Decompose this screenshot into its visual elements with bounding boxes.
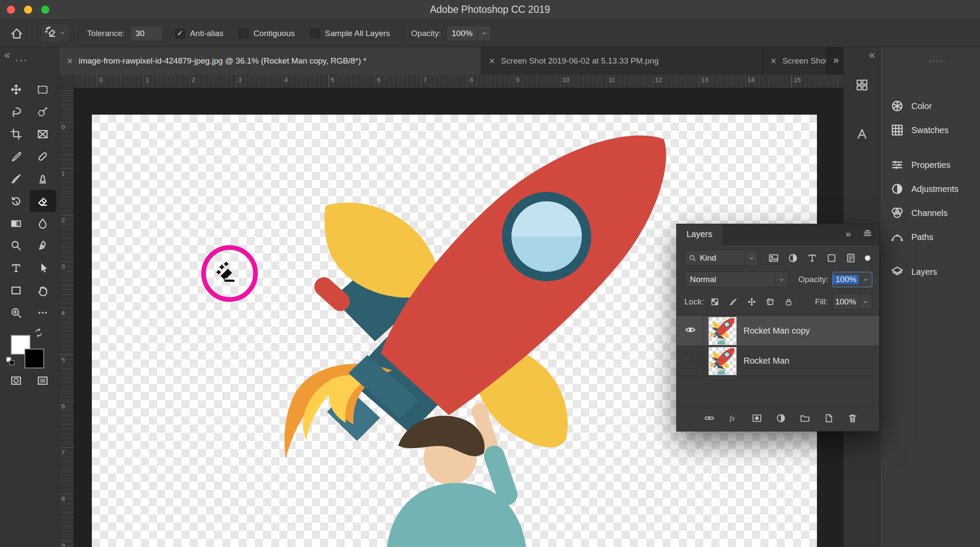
lasso-tool[interactable] bbox=[3, 100, 30, 123]
tabbar: « ×image-from-rawpixel-id-424879-jpeg.jp… bbox=[0, 47, 980, 75]
document-tab[interactable]: ×image-from-rawpixel-id-424879-jpeg.jpg … bbox=[59, 47, 481, 75]
filter-type-button[interactable] bbox=[807, 253, 817, 263]
chevron-down-icon[interactable] bbox=[859, 272, 872, 287]
close-window-button[interactable] bbox=[7, 6, 15, 14]
contiguous-label: Contiguous bbox=[254, 29, 295, 38]
link-layers-button[interactable] bbox=[704, 413, 714, 423]
tool-preset-picker[interactable] bbox=[41, 24, 70, 43]
filter-shape-button[interactable] bbox=[826, 253, 837, 263]
contiguous-option[interactable]: Contiguous bbox=[239, 29, 295, 38]
lock-transparent-pixels-button[interactable] bbox=[711, 298, 719, 306]
anti-alias-label: Anti-alias bbox=[190, 29, 224, 38]
document-tab[interactable]: ×Screen Shot 2019-06-02 at 5.13.33 PM.pn… bbox=[481, 47, 763, 75]
tolerance-input[interactable]: 30 bbox=[130, 26, 163, 41]
history-brush-tool[interactable] bbox=[3, 190, 30, 212]
lock-image-pixels-button[interactable] bbox=[729, 298, 738, 306]
dodge-tool[interactable] bbox=[3, 234, 30, 257]
zoom-tool[interactable] bbox=[3, 301, 30, 324]
layer-fill-input[interactable]: 100% bbox=[832, 294, 872, 310]
layer-thumbnail[interactable] bbox=[708, 317, 737, 345]
dock-panel-paths[interactable]: Paths bbox=[880, 225, 980, 249]
blend-mode-dropdown[interactable]: Normal bbox=[684, 272, 788, 287]
default-colors-icon[interactable] bbox=[6, 356, 15, 368]
dock-panel-label: Properties bbox=[911, 160, 950, 170]
blur-tool[interactable] bbox=[30, 212, 56, 234]
brush-tool[interactable] bbox=[3, 167, 30, 190]
delete-layer-button[interactable] bbox=[847, 413, 858, 423]
close-tab-icon[interactable]: × bbox=[771, 56, 776, 66]
filter-smart-object-button[interactable] bbox=[846, 253, 856, 263]
quick-mask-button[interactable] bbox=[3, 369, 30, 392]
add-layer-mask-button[interactable] bbox=[752, 413, 762, 423]
collapse-dock-button[interactable]: « bbox=[869, 49, 875, 61]
eyedropper-tool[interactable] bbox=[3, 145, 30, 167]
anti-alias-option[interactable]: ✓Anti-alias bbox=[175, 29, 224, 38]
layer-row[interactable]: Rocket Man bbox=[677, 346, 879, 376]
ruler-origin-corner[interactable] bbox=[59, 75, 74, 88]
document-tab[interactable]: ×Screen Shot 2 bbox=[763, 47, 826, 75]
dock-panel-swatches[interactable]: Swatches bbox=[880, 118, 980, 142]
layer-thumbnail[interactable] bbox=[708, 347, 737, 375]
lock-all-button[interactable] bbox=[784, 298, 793, 306]
layer-style-button[interactable]: fx bbox=[728, 413, 738, 423]
contiguous-checkbox[interactable] bbox=[239, 29, 248, 38]
clone-stamp-tool[interactable] bbox=[30, 167, 56, 190]
dock-panel-channels[interactable]: Channels bbox=[880, 201, 980, 225]
dock-panel-properties[interactable]: Properties bbox=[880, 153, 980, 177]
panel-collapse-button[interactable]: » bbox=[846, 229, 851, 240]
filter-image-button[interactable] bbox=[768, 253, 779, 263]
quick-selection-tool[interactable] bbox=[30, 100, 56, 123]
dock-panel-color[interactable]: Color bbox=[880, 94, 980, 118]
new-group-button[interactable] bbox=[800, 413, 810, 423]
close-tab-icon[interactable]: × bbox=[67, 56, 73, 66]
filter-adjustment-button[interactable] bbox=[788, 253, 798, 263]
eraser-tool[interactable] bbox=[30, 190, 56, 212]
new-layer-button[interactable] bbox=[823, 413, 834, 423]
layer-name[interactable]: Rocket Man bbox=[744, 356, 789, 366]
spot-healing-brush-tool[interactable] bbox=[30, 145, 56, 167]
chevron-down-icon[interactable] bbox=[478, 26, 490, 41]
pen-tool[interactable] bbox=[30, 234, 56, 257]
home-button[interactable] bbox=[10, 27, 23, 40]
layer-visibility-toggle[interactable] bbox=[677, 346, 704, 376]
collapse-toolbar-button[interactable]: « bbox=[4, 49, 10, 61]
opacity-dropdown[interactable]: 100% bbox=[446, 26, 491, 41]
minimize-window-button[interactable] bbox=[24, 6, 32, 14]
close-tab-icon[interactable]: × bbox=[489, 56, 495, 66]
gradient-tool[interactable] bbox=[3, 212, 30, 234]
character-panel-button[interactable] bbox=[856, 120, 868, 148]
libraries-panel-button[interactable] bbox=[856, 71, 868, 99]
layers-panel-tab[interactable]: Layers bbox=[677, 224, 722, 245]
sample-all-layers-option[interactable]: Sample All Layers bbox=[310, 29, 390, 38]
swap-colors-icon[interactable] bbox=[34, 328, 43, 339]
background-color-swatch[interactable] bbox=[24, 349, 44, 368]
lock-artboard-button[interactable] bbox=[766, 298, 774, 306]
filter-kind-dropdown[interactable]: Kind bbox=[684, 250, 758, 266]
layer-name[interactable]: Rocket Man copy bbox=[744, 326, 810, 336]
frame-tool[interactable] bbox=[30, 123, 56, 145]
path-selection-tool[interactable] bbox=[30, 257, 56, 279]
move-tool[interactable] bbox=[3, 78, 30, 100]
zoom-window-button[interactable] bbox=[41, 6, 49, 14]
more-tabs-button[interactable]: » bbox=[833, 54, 839, 66]
type-tool[interactable] bbox=[3, 257, 30, 279]
rectangular-marquee-tool[interactable] bbox=[30, 78, 56, 100]
edit-toolbar-tool[interactable] bbox=[30, 301, 56, 324]
dock-panel-layers[interactable]: Layers bbox=[880, 260, 980, 284]
hand-tool[interactable] bbox=[30, 279, 56, 301]
rectangle-tool[interactable] bbox=[3, 279, 30, 301]
filter-kind-value: Kind bbox=[696, 253, 720, 263]
dock-panel-adjustments[interactable]: Adjustments bbox=[880, 177, 980, 201]
layer-opacity-input[interactable]: 100% bbox=[832, 272, 872, 287]
new-adjustment-layer-button[interactable] bbox=[776, 413, 786, 423]
chevron-down-icon[interactable] bbox=[859, 295, 872, 309]
layer-visibility-toggle[interactable] bbox=[677, 316, 704, 346]
anti-alias-checkbox[interactable]: ✓ bbox=[175, 29, 185, 38]
layer-row[interactable]: Rocket Man copy bbox=[677, 316, 879, 346]
lock-position-button[interactable] bbox=[747, 298, 756, 306]
panel-menu-icon[interactable] bbox=[863, 228, 872, 240]
screen-mode-button[interactable] bbox=[30, 369, 56, 392]
filter-toggle[interactable] bbox=[863, 253, 872, 263]
sample-all-layers-checkbox[interactable] bbox=[310, 29, 320, 38]
crop-tool[interactable] bbox=[3, 123, 30, 145]
